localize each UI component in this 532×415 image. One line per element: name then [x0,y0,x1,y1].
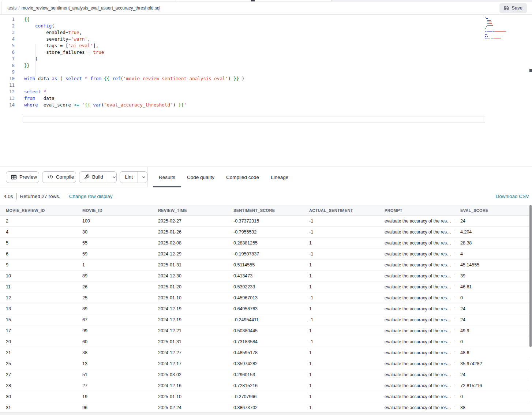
row-count-status: Returned 27 rows. [20,194,60,199]
code-line[interactable]: severity='warn', [24,36,244,42]
table-cell: 9 [0,262,76,268]
tab-results[interactable]: Results [153,167,181,187]
table-cell: 59 [76,251,152,257]
prompt-cell: evaluate the accuracy of the res… [379,372,454,377]
chevron-down-icon [112,175,116,179]
line-number: 2 [0,23,15,29]
build-button-main[interactable]: Build [79,172,108,183]
code-token: {{ [85,102,93,108]
build-dropdown-button[interactable] [108,172,117,183]
prompt-text: evaluate the accuracy of the res… [385,251,451,257]
table-cell: 24 [454,306,523,311]
table-cell: 17 [0,328,76,333]
download-csv-link[interactable]: Download CSV [495,194,529,199]
minimap-line [485,36,516,37]
prompt-cell: evaluate the accuracy of the res… [379,350,454,355]
prompt-cell: evaluate the accuracy of the res… [379,383,454,388]
table-cell: 0 [454,339,523,344]
tab-compiled-code[interactable]: Compiled code [220,167,265,187]
table-cell: 0.5114555 [228,262,303,268]
table-cell: 10 [0,273,76,278]
tab-code-quality[interactable]: Code quality [181,167,220,187]
table-cell: 1 [303,273,379,278]
table-cell: 0.50380445 [228,328,303,333]
table-cell: 2025-01-10 [152,394,228,399]
code-token: }} [24,63,30,68]
table-cell: 1 [303,284,379,289]
table-cell: -0.2707966 [228,394,303,399]
code-line[interactable]: store_failures = true [24,49,244,56]
code-line[interactable]: select * [24,89,244,95]
breadcrumb: tests/movie_review_sentiment_analysis_ev… [7,5,499,11]
results-table: MOVIE_REVIEW_IDMOVIE_IDREVIEW_TIMESENTIM… [0,205,529,413]
code-line[interactable]: from data [24,95,244,102]
table-cell: -1 [303,229,379,235]
preview-button-main[interactable]: Preview [6,172,39,183]
code-line[interactable]: enabled=true, [24,29,244,36]
prompt-text: evaluate the accuracy of the res… [385,284,451,289]
code-content[interactable]: {{ config( enabled=true, severity='warn'… [24,16,244,108]
code-line[interactable] [24,69,244,75]
prompt-text: evaluate the accuracy of the res… [385,350,451,355]
editor-toolbar: PreviewCompileBuildLint ResultsCode qual… [0,167,532,187]
compile-button[interactable]: Compile [42,171,76,183]
table-cell: 2025-03-02 [152,372,228,377]
minimap[interactable] [485,17,516,39]
table-row: 11262025-01-200.53922331evaluate the acc… [0,281,529,292]
table-cell: 26 [76,284,152,289]
table-cell: 100 [76,218,152,224]
code-line[interactable]: ) [24,56,244,62]
lint-button-main[interactable]: Lint [120,172,138,183]
prompt-cell: evaluate the accuracy of the res… [379,229,454,235]
table-cell: 45.14555 [454,262,523,268]
table-cell: 24 [454,218,523,224]
action-buttons-group: PreviewCompileBuildLint [0,167,147,187]
code-line[interactable]: where eval_score <= '{{ var("eval_accura… [24,102,244,108]
code-token: {{ [104,76,112,81]
table-cell: 0.413473 [228,273,303,278]
code-token [41,89,44,94]
scrollbar-decoration[interactable] [529,69,532,72]
table-cell: 25 [76,295,152,300]
horizontal-scrollbar-track[interactable] [0,412,532,415]
code-line[interactable]: tags = ['ai_eval'], [24,42,244,49]
table-cell: 49.9 [454,328,523,333]
code-token: data [35,96,55,101]
build-button[interactable]: Build [79,171,117,183]
line-number: 5 [0,42,15,49]
code-editor[interactable]: 1234567891011121314 {{ config( enabled=t… [0,15,532,167]
code-line[interactable] [24,82,244,89]
table-cell: 1 [303,328,379,333]
change-row-display-link[interactable]: Change row display [69,194,113,199]
code-token: , [79,30,82,35]
code-token: ' [184,102,187,108]
save-button[interactable]: Save [499,3,527,13]
code-token: from [90,76,101,81]
table-cell: 27 [0,372,76,377]
code-line[interactable]: config( [24,23,244,29]
prompt-text: evaluate the accuracy of the res… [385,394,451,399]
code-token: eval_score [38,102,74,108]
table-cell: 4 [0,229,76,235]
code-icon [47,175,53,179]
code-line[interactable]: with data as ( select * from {{ ref('mov… [24,75,244,82]
compile-button-main[interactable]: Compile [42,172,76,183]
table-cell: 55 [76,240,152,246]
line-number: 6 [0,49,15,56]
vertical-scrollbar-thumb[interactable] [529,205,532,347]
code-line[interactable]: }} [24,62,244,69]
tab-lineage[interactable]: Lineage [265,167,294,187]
code-token: "eval_accuracy_threshold" [104,102,173,108]
line-number: 11 [0,82,15,89]
lint-dropdown-button[interactable] [138,172,147,183]
table-cell: 0 [454,394,523,399]
minimap-line [485,33,516,34]
prompt-text: evaluate the accuracy of the res… [385,405,451,410]
code-token: ) [173,102,178,108]
lint-button[interactable]: Lint [120,171,147,183]
preview-button[interactable]: Preview [6,171,39,183]
minimap-line [485,28,516,29]
code-token: , [87,36,90,42]
code-line[interactable]: {{ [24,16,244,23]
code-token: {{ [24,16,30,22]
